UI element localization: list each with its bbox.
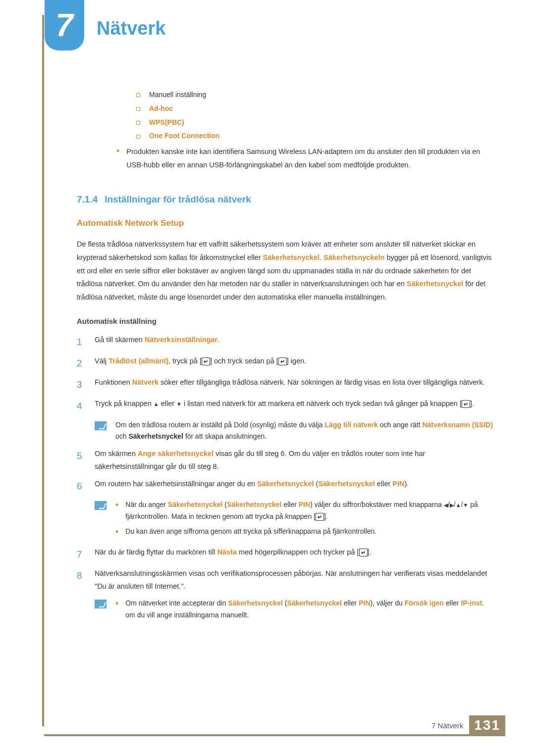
text: .	[320, 253, 323, 261]
note-icon	[95, 501, 107, 510]
square-bullet-icon	[136, 121, 140, 125]
highlight: Säkerhetsnyckel	[228, 599, 283, 607]
section-title: Inställningar för trådlösa nätverk	[105, 194, 251, 204]
arrow-up-icon	[456, 501, 461, 508]
note-block: • När du anger Säkerhetsnyckel (Säkerhet…	[77, 499, 495, 541]
subheading-dark: Automatisk inställning	[77, 315, 495, 328]
step-body: Funktionen Nätverk söker efter tillgängl…	[95, 376, 495, 393]
text: ) väljer du siffror/bokstäver med knappa…	[310, 501, 444, 508]
note-icon	[95, 421, 107, 430]
step-body: Om routern har säkerhetsinställningar an…	[95, 478, 495, 494]
step-item: 1 Gå till skärmen Nätverksinställningar.	[77, 334, 495, 350]
step-item: 3 Funktionen Nätverk söker efter tillgän…	[77, 376, 495, 393]
text: och	[115, 432, 128, 440]
text: .	[217, 336, 219, 344]
enter-icon: ↵	[462, 400, 470, 408]
note-icon	[95, 600, 107, 608]
highlight: Säkerhetsnyckel	[318, 480, 374, 488]
page-number: 131	[469, 715, 505, 735]
step-number: 7	[77, 546, 95, 562]
info-bullet: • Produkten kanske inte kan identifiera …	[116, 145, 495, 172]
step-item: 7 När du är färdig flyttar du markören t…	[77, 546, 495, 562]
step-number: 1	[77, 334, 95, 350]
footer-label: 7 Nätverk	[431, 721, 463, 730]
section-number: 7.1.4	[77, 194, 98, 204]
text: ].	[324, 512, 328, 520]
highlight: Nätverksnamn (SSID)	[422, 421, 492, 429]
text: Om skärmen	[95, 450, 138, 457]
text: Om den trådlösa routern är inställd på D…	[115, 421, 325, 429]
highlight: Säkerhetsnyckeln	[323, 253, 384, 261]
option-item: One Foot Connection	[136, 130, 495, 142]
enter-icon: ↵	[202, 357, 210, 365]
text: Om nätverket inte accepterar din	[125, 599, 228, 607]
step-item: 6 Om routern har säkerhetsinställningar …	[77, 478, 495, 494]
dot-bullet-icon: •	[115, 526, 118, 538]
highlight: Försök igen	[405, 599, 444, 607]
dot-bullet-icon: •	[116, 145, 119, 172]
text: Funktionen	[95, 378, 132, 386]
side-border	[42, 15, 44, 726]
arrow-down-icon	[176, 400, 182, 407]
highlight: Säkerhetsnyckel	[227, 501, 282, 508]
square-bullet-icon	[136, 135, 140, 139]
step-list: 1 Gå till skärmen Nätverksinställningar.…	[77, 334, 495, 624]
step-number: 4	[77, 398, 95, 414]
note-text: • Om nätverket inte accepterar din Säker…	[115, 598, 495, 624]
step-body: Tryck på knappen eller i listan med nätv…	[95, 398, 495, 414]
text: , tryck på [	[168, 357, 202, 365]
option-label: One Foot Connection	[149, 132, 219, 140]
step-item: 4 Tryck på knappen eller i listan med nä…	[77, 398, 495, 414]
step-item: 2 Välj Trådlöst (allmänt), tryck på [↵] …	[77, 355, 495, 371]
option-item: Ad-hoc	[136, 103, 495, 115]
text: När du är färdig flyttar du markören til…	[95, 548, 217, 556]
chapter-tab: 7	[45, 0, 84, 50]
highlight: IP-inst.	[461, 599, 484, 607]
text: med högerpilknappen och trycker på [	[237, 548, 359, 556]
enter-icon: ↵	[359, 549, 368, 556]
dot-bullet-icon: •	[115, 499, 118, 523]
option-label: WPS(PBC)	[149, 118, 184, 126]
step-item: 8 Nätverksanslutningsskärmen visas och v…	[77, 567, 495, 593]
chapter-number: 7	[55, 7, 73, 44]
arrow-left-icon	[444, 501, 448, 508]
chapter-title: Nätverk	[97, 18, 165, 39]
step-number: 3	[77, 376, 95, 393]
text: eller	[159, 400, 176, 407]
note-block: • Om nätverket inte accepterar din Säker…	[77, 598, 495, 624]
arrow-up-icon	[154, 400, 159, 407]
step-body: Om skärmen Ange säkerhetsnyckel visas gå…	[95, 448, 495, 473]
text: ] igen.	[287, 357, 307, 365]
highlight: Ange säkerhetsnyckel	[138, 450, 214, 457]
subheading: Automatisk Network Setup	[77, 216, 495, 231]
highlight: Säkerhetsnyckel	[407, 280, 463, 288]
step-body: Gå till skärmen Nätverksinställningar.	[95, 334, 495, 350]
text: eller	[342, 599, 359, 607]
text: Tryck på knappen	[95, 400, 154, 407]
text: söker efter tillgängliga trådlösa nätver…	[159, 378, 484, 386]
paragraph: De flesta trådlösa nätverkssystem har et…	[77, 238, 495, 304]
highlight: Nätverksinställningar	[145, 336, 217, 344]
text: ] och tryck sedan på [	[210, 357, 278, 365]
step-number: 2	[77, 355, 95, 371]
step-body: Nätverksanslutningsskärmen visas och ver…	[95, 567, 495, 593]
text: När du anger	[125, 501, 168, 508]
square-bullet-icon	[136, 93, 140, 97]
text: ].	[368, 548, 372, 556]
step-body: När du är färdig flyttar du markören til…	[95, 546, 495, 562]
option-label: Ad-hoc	[149, 104, 173, 112]
dot-bullet-icon: •	[115, 598, 118, 621]
page-footer: 7 Nätverk 131	[431, 715, 505, 735]
text: eller	[444, 599, 461, 607]
option-item: Manuell inställning	[136, 89, 495, 101]
option-label: Manuell inställning	[149, 91, 206, 99]
text: och ange rätt	[378, 421, 423, 429]
step-body: Välj Trådlöst (allmänt), tryck på [↵] oc…	[95, 355, 495, 371]
highlight: PIN	[392, 480, 404, 488]
highlight: PIN	[299, 501, 310, 508]
highlight: Nästa	[217, 548, 237, 556]
highlight: Trådlöst (allmänt)	[108, 357, 168, 365]
text: om du vill ange inställningarna manuellt…	[125, 611, 249, 619]
text: ).	[404, 480, 409, 488]
highlight: Lägg till nätverk	[325, 421, 378, 429]
